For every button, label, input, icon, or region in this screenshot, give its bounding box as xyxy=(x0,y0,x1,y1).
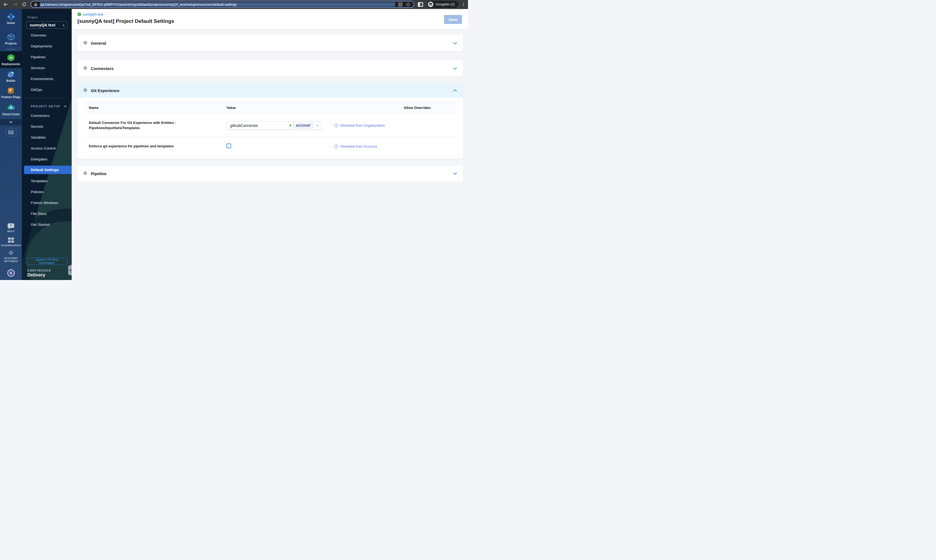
dashboards-icon xyxy=(8,237,14,243)
chevron-down-icon[interactable] xyxy=(453,67,457,70)
star-icon xyxy=(406,2,410,6)
page-header: ∞ sunnyQA test › [sunnyQA test] Project … xyxy=(72,9,468,29)
gear-icon: ⚙ xyxy=(83,41,87,45)
enforce-git-experience-checkbox[interactable] xyxy=(227,143,231,148)
side-panel-icon xyxy=(418,2,423,7)
breadcrumb-chevron-icon: › xyxy=(105,12,106,16)
sidebar-item-connectors[interactable]: Connectors xyxy=(22,110,72,121)
sidebar-collapse-button[interactable] xyxy=(68,265,72,275)
rail-item-help[interactable]: ? HELP xyxy=(0,221,22,235)
section-pipeline-header[interactable]: ⚙ Pipeline xyxy=(77,166,463,182)
sidebar-item-deployments[interactable]: Deployments xyxy=(22,41,72,51)
sidebar-item-file-store[interactable]: File Store xyxy=(22,208,72,219)
rail-item-home[interactable]: Home xyxy=(0,11,22,27)
builds-ci-icon xyxy=(7,71,14,78)
info-icon: i xyxy=(334,123,338,128)
chevron-down-icon[interactable] xyxy=(453,42,457,45)
module-picker-button[interactable] xyxy=(5,128,16,137)
chevron-up-icon[interactable] xyxy=(453,89,457,92)
sidebar-item-pipelines[interactable]: Pipelines xyxy=(22,51,72,62)
breadcrumb: ∞ sunnyQA test › xyxy=(77,12,468,16)
sidebar-item-access-control[interactable]: Access Control xyxy=(22,143,72,154)
connector-status-dot xyxy=(290,125,291,126)
section-git-experience-header[interactable]: ⚙ Git Experience xyxy=(77,84,463,97)
section-git-experience: ⚙ Git Experience Name Value Allow Overri… xyxy=(77,84,463,159)
sidebar-item-freeze-windows[interactable]: Freeze Windows xyxy=(22,197,72,208)
sidebar-item-overview[interactable]: Overview xyxy=(22,30,72,41)
grid-icon xyxy=(8,130,14,135)
column-allow-overrides: Allow Overrides xyxy=(404,106,451,110)
connector-select[interactable]: githubConnector ACCOUNT xyxy=(227,121,322,130)
chevron-down-icon[interactable] xyxy=(453,172,457,175)
screenshot-root: qa.harness.io/ng/account/px7xd_BFRCi-pfW… xyxy=(0,0,468,280)
cd-module-icon: ∞ xyxy=(77,12,81,16)
feature-flags-icon xyxy=(7,87,14,94)
git-experience-body: Name Value Allow Overrides Default Conne… xyxy=(77,97,463,159)
sidebar-item-variables[interactable]: Variables xyxy=(22,132,72,143)
section-connectors: ⚙ Connectors xyxy=(77,60,463,77)
sidebar-item-default-settings[interactable]: Default Settings xyxy=(24,166,72,174)
setting-name: Enforce git experience for pipelines and… xyxy=(89,144,227,149)
section-pipeline: ⚙ Pipeline xyxy=(77,166,463,182)
gear-icon: ⚙ xyxy=(83,88,87,92)
sidebar-item-policies[interactable]: Policies xyxy=(22,186,72,197)
bookmark-star-button[interactable] xyxy=(406,2,411,7)
browser-menu-button[interactable]: ⋮ xyxy=(461,2,465,7)
settings-content: ⚙ General ⚙ Connectors ⚙ Git Exp xyxy=(72,29,468,182)
git-table-header: Name Value Allow Overrides xyxy=(84,101,456,114)
rail-item-dashboards[interactable]: DASHBOARDS xyxy=(0,235,22,249)
breadcrumb-project-link[interactable]: sunnyQA test xyxy=(83,12,103,16)
sidebar-item-get-started[interactable]: Get Started xyxy=(22,219,72,230)
rail-item-deployments[interactable]: ∞ Deployments xyxy=(0,51,22,68)
launch-cd-first-gen-button[interactable]: Launch CD First Generation xyxy=(26,258,67,265)
deployments-cd-icon: ∞ xyxy=(7,54,15,61)
section-general-header[interactable]: ⚙ General xyxy=(77,35,463,51)
section-connectors-header[interactable]: ⚙ Connectors xyxy=(77,60,463,77)
incognito-icon xyxy=(428,2,434,7)
back-button[interactable] xyxy=(3,2,9,7)
project-scope-label: Project xyxy=(27,15,72,19)
account-settings-gear-icon: ⚙ xyxy=(8,250,13,255)
reload-button[interactable] xyxy=(21,2,27,7)
module-rail: Home Projects ∞ Deployments Builds Featu… xyxy=(0,9,22,280)
gear-icon: ⚙ xyxy=(83,66,87,71)
url-text: qa.harness.io/ng/account/px7xd_BFRCi-pfW… xyxy=(40,2,395,7)
chevron-up-icon xyxy=(64,105,67,107)
table-row-default-connector: Default Connector For Git Experience wit… xyxy=(84,114,456,137)
project-sidebar: Project sunnyQA test › Overview Deployme… xyxy=(22,9,72,280)
module-name: Delivery xyxy=(27,272,51,278)
save-button[interactable]: Save xyxy=(444,15,462,24)
forward-button[interactable] xyxy=(12,2,18,7)
side-panel-button[interactable] xyxy=(418,2,424,7)
rail-more-modules[interactable] xyxy=(0,119,22,126)
gear-icon: ⚙ xyxy=(83,171,87,176)
sidebar-item-secrets[interactable]: Secrets xyxy=(22,121,72,132)
projects-cube-icon xyxy=(7,34,15,41)
lock-icon xyxy=(34,2,37,6)
home-icon xyxy=(7,13,15,21)
project-setup-section[interactable]: PROJECT SETUP xyxy=(22,101,72,110)
incognito-badge[interactable]: Incognito (2) xyxy=(427,1,458,8)
sidebar-item-templates[interactable]: Templates xyxy=(22,175,72,186)
rail-item-projects[interactable]: Projects xyxy=(0,31,22,48)
chevron-down-icon xyxy=(316,125,319,126)
project-selector-value: sunnyQA test xyxy=(30,23,56,27)
inherited-from-organization-link[interactable]: i Inherited from Organization xyxy=(334,123,404,128)
url-bar[interactable]: qa.harness.io/ng/account/px7xd_BFRCi-pfW… xyxy=(31,1,414,8)
sidebar-item-services[interactable]: Services xyxy=(22,62,72,73)
help-chat-icon: ? xyxy=(8,223,14,228)
rail-item-builds[interactable]: Builds xyxy=(0,68,22,85)
inherited-from-account-link[interactable]: i Inherited from Account xyxy=(334,145,404,148)
rail-item-account-settings[interactable]: ⚙ ACCOUNT SETTINGS xyxy=(0,249,22,265)
module-eyebrow: CONTINUOUS xyxy=(27,269,51,272)
sidebar-item-delegates[interactable]: Delegates xyxy=(22,154,72,165)
incognito-label: Incognito (2) xyxy=(436,2,455,6)
rail-item-cloud-costs[interactable]: $ Cloud Costs xyxy=(0,101,22,118)
tab-groups-button[interactable] xyxy=(398,2,403,7)
table-row-enforce-git-experience: Enforce git experience for pipelines and… xyxy=(84,137,456,156)
sidebar-item-environments[interactable]: Environments xyxy=(22,73,72,84)
project-selector[interactable]: sunnyQA test › xyxy=(26,21,67,29)
sidebar-item-gitops[interactable]: GitOps xyxy=(22,84,72,95)
rail-item-feature-flags[interactable]: Feature Flags xyxy=(0,85,22,101)
user-avatar[interactable]: S xyxy=(7,269,15,277)
